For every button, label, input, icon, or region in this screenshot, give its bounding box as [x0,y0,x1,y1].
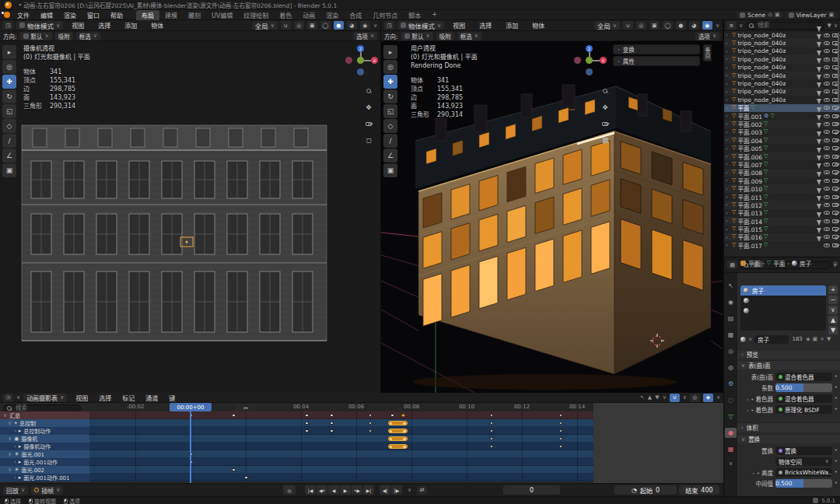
axis-z[interactable]: Z [586,45,593,52]
expand-icon[interactable]: › [726,105,730,111]
keying-set-icon[interactable]: ◈ [703,394,713,402]
tab-physics[interactable]: ◌ [725,395,737,405]
outliner-item-label[interactable]: tripo_node_040a16 [737,47,786,54]
outliner-item-label[interactable]: 平面.005 [737,144,762,152]
hide-toggle-icon[interactable] [824,187,830,191]
next-keyframe-button[interactable]: •▶ [352,485,362,495]
outliner-item-label[interactable]: 平面.007 [737,160,762,169]
axis-x-neg[interactable] [574,57,581,64]
expand-icon[interactable]: › [726,81,730,87]
zoom-icon[interactable] [600,86,610,96]
render-toggle-icon[interactable] [832,211,838,215]
workspace-tab[interactable]: UV编辑 [206,10,238,20]
keying-dropdown[interactable]: ∨ [716,394,720,401]
outliner-item-label[interactable]: 平面.012 [737,201,762,209]
frame-end-field[interactable]: 结束 400 [679,485,719,495]
nav-gizmo[interactable]: ZX [345,45,380,79]
outliner-item-label[interactable]: tripo_node_040a16 [737,56,786,63]
render-toggle-icon[interactable] [832,106,838,110]
outliner-item-label[interactable]: tripo_node_040a16 [737,72,786,79]
outliner-item-label[interactable]: 平面.016 [737,233,762,241]
outliner-row[interactable]: ›▽平面.012▽ [724,201,840,208]
expand-icon[interactable]: › [726,226,730,233]
workspace-tab[interactable]: 纹理绘制 [238,10,274,20]
axis-z-neg[interactable] [357,68,364,75]
camera-view-icon[interactable] [600,119,610,128]
keyframe[interactable] [330,429,334,433]
channel-row[interactable]: ∨汇总 [0,411,593,419]
shading-0-icon[interactable]: ◯ [663,21,673,30]
hide-toggle-icon[interactable] [824,114,830,118]
app-menu-icon[interactable] [4,12,10,18]
outliner-row[interactable]: ›▽平面.015▽ [724,225,840,233]
channel-name[interactable]: ∨☀面光.001 [0,450,89,458]
keyframe[interactable] [490,445,494,449]
material-slot[interactable] [740,306,826,316]
outliner-item-label[interactable]: tripo_node_040a16 [737,32,786,39]
hide-toggle-icon[interactable] [824,227,830,231]
workspace-tab[interactable]: 着色 [274,10,297,20]
jump-start-button[interactable]: |◀ [305,485,316,495]
menu-帮助[interactable]: 帮助 [105,11,128,19]
editor-type-icon[interactable]: ◷ [3,394,13,402]
hide-toggle-icon[interactable] [824,106,830,110]
keyframe[interactable] [305,414,309,418]
transform-tool[interactable]: ◇ [2,119,16,133]
zoom-icon[interactable] [364,86,373,96]
filter-icon[interactable]: ▼ [655,394,659,401]
expand-icon[interactable]: › [726,129,730,135]
render-toggle-icon[interactable] [832,155,838,159]
transform-space-dropdown[interactable]: 全局∨ [252,21,278,30]
expand-icon[interactable]: › [726,201,730,208]
channel-keys[interactable] [89,458,593,466]
expand-icon[interactable]: › [726,56,730,62]
channel-search[interactable] [3,404,81,412]
hide-toggle-icon[interactable] [824,243,830,247]
hide-toggle-icon[interactable] [824,33,830,37]
menu-视图[interactable]: 视图 [66,21,89,30]
shading-3-icon[interactable]: ◉ [360,21,370,30]
outliner-row[interactable]: ›▽平面.004▽ [724,136,840,144]
workspace-tab[interactable]: 渲染 [320,10,344,20]
prop-slider[interactable]: 0.500 [775,383,832,392]
transform-space-dropdown[interactable]: 全局∨ [594,21,620,30]
hide-toggle-icon[interactable] [824,130,830,134]
outliner-row[interactable]: ›▽平面.006▽ [724,152,840,160]
keyframe[interactable] [232,414,236,418]
section-surface[interactable]: ∨ 表(曲)面 [737,360,840,369]
outliner-item-label[interactable]: 平面.015 [737,225,762,233]
hide-toggle-icon[interactable] [824,170,830,174]
scene-selector[interactable]: Scene ⊙ ▣ [737,11,782,19]
hide-toggle-icon[interactable] [824,65,830,69]
channel-keys[interactable] [89,466,593,474]
expand-icon[interactable]: › [726,234,730,240]
snap-button[interactable]: 吸附 [436,32,454,40]
transform-tool[interactable]: ◇ [383,119,397,133]
grid-icon[interactable]: ▦ [600,135,610,145]
tab-texture[interactable]: ▦ [725,444,737,454]
outliner-row[interactable]: ›▽tripo_node_040a16 [724,88,840,96]
expand-icon[interactable]: › [726,242,730,248]
outliner-row[interactable]: ›▽平面.003▽ [724,128,840,136]
menu-渲染[interactable]: 渲染 [58,11,82,19]
outliner-item-label[interactable]: tripo_node_040a16 [737,96,786,103]
prop-field[interactable]: 混合着色器 [775,373,832,381]
editor-type-dropdown[interactable]: ∨ [16,394,20,401]
section-preview[interactable]: › 预览 [737,349,840,359]
shading-0-icon[interactable]: ◯ [320,21,331,30]
outliner-item-label[interactable]: 平面.013 [737,208,762,217]
expand-icon[interactable]: › [726,113,730,119]
menu-编辑[interactable]: 编辑 [35,11,58,19]
filter-dropdown[interactable]: ∨ [663,394,667,401]
keyframe[interactable] [369,422,373,425]
expand-icon[interactable]: ∨ [3,412,7,418]
hide-toggle-icon[interactable] [824,74,830,78]
move-slot-up-button[interactable]: ▲ [828,316,838,324]
keyframe[interactable] [490,437,494,441]
new-view-layer-icon[interactable]: ▣ [828,12,834,18]
hide-toggle-icon[interactable] [824,82,830,86]
hide-toggle-icon[interactable] [824,219,830,223]
measure-tool[interactable]: ∠ [383,149,397,163]
overlays-icon[interactable]: ▣ [307,21,317,30]
rotate-tool[interactable]: ↻ [2,89,16,103]
